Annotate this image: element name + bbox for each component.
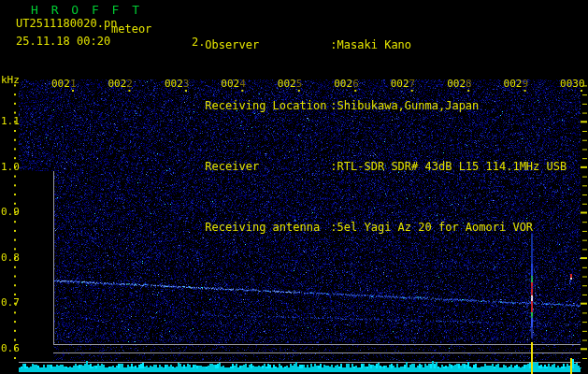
time-tick-label: 0028 — [447, 78, 472, 90]
info-label: Receiving antenna — [205, 222, 330, 234]
info-value: :Masaki Kano — [330, 38, 411, 51]
info-label: Receiving Location — [205, 100, 330, 112]
time-tick-label: 0030 — [560, 78, 585, 90]
time-tick-label: 0023 — [165, 78, 190, 90]
info-label: Observer — [205, 39, 330, 51]
time-tick-label: 0021 — [51, 78, 77, 90]
mode-label: meteor — [111, 22, 151, 36]
time-tick-label: 0026 — [334, 78, 359, 90]
freq-tick-label: 0.6 — [1, 342, 20, 354]
info-value: :Shibukawa,Gunma,Japan — [330, 99, 479, 112]
info-row-receiver: Receiver:RTL-SDR SDR# 43dB L15 114.1MHz … — [165, 149, 566, 185]
time-tick-label: 0027 — [391, 78, 416, 90]
freq-tick-label: 0.9 — [1, 206, 20, 218]
info-value: :5el Yagi Az 20 for Aomori VOR — [330, 221, 533, 234]
app-title: H R O F F T — [31, 3, 142, 17]
station-info: Observer:Masaki Kano Receiving Location:… — [165, 3, 566, 270]
info-row-observer: Observer:Masaki Kano — [165, 27, 566, 64]
info-label: Receiver — [205, 161, 330, 173]
time-tick-label: 0022 — [108, 78, 133, 90]
time-tick-label: 0024 — [221, 78, 246, 90]
hrofft-output: H R O F F T UT2511180020.pn meteor 25.11… — [0, 0, 588, 374]
info-row-location: Receiving Location:Shibukawa,Gunma,Japan — [165, 88, 566, 124]
freq-axis-unit: kHz — [1, 74, 20, 86]
info-row-antenna: Receiving antenna:5el Yagi Az 20 for Aom… — [165, 209, 566, 246]
freq-tick-label: 0.7 — [1, 296, 20, 309]
freq-tick-label: 0.8 — [1, 252, 20, 264]
datetime-label: 25.11.18 00:20 — [16, 36, 110, 48]
freq-tick-label: 1.1 — [1, 115, 20, 127]
info-value: :RTL-SDR SDR# 43dB L15 114.1MHz USB — [330, 160, 566, 173]
capture-filename: UT2511180020.pn — [16, 18, 117, 30]
freq-tick-label: 1.0 — [1, 161, 20, 173]
time-tick-label: 0025 — [278, 78, 303, 90]
time-tick-label: 0029 — [504, 78, 529, 90]
